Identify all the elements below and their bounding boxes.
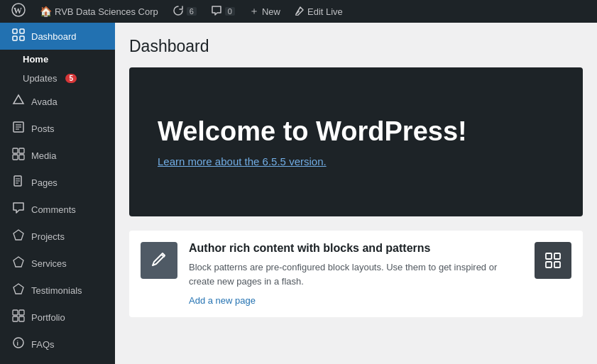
edit-live-icon — [295, 6, 305, 18]
welcome-version-link[interactable]: Learn more about the 6.5.5 version. — [158, 155, 554, 167]
sidebar-item-projects[interactable]: Projects — [0, 223, 115, 250]
wp-logo-icon: W — [11, 3, 26, 21]
comments-item[interactable]: 0 — [205, 0, 241, 23]
sidebar-subitem-updates[interactable]: Updates 5 — [0, 69, 115, 88]
svg-marker-21 — [13, 284, 23, 294]
welcome-banner: Welcome to WordPress! Learn more about t… — [129, 67, 583, 216]
avada-label: Avada — [31, 96, 57, 107]
projects-label: Projects — [31, 231, 65, 242]
svg-marker-20 — [13, 257, 23, 267]
posts-label: Posts — [31, 123, 55, 134]
updates-icon — [172, 5, 184, 18]
svg-rect-11 — [13, 148, 18, 153]
svg-rect-23 — [19, 310, 24, 315]
sidebar-item-dashboard[interactable]: Dashboard — [0, 23, 115, 50]
sidebar-subitem-home[interactable]: Home — [0, 50, 115, 69]
svg-rect-24 — [13, 316, 18, 321]
comments-sidebar-icon — [11, 202, 26, 217]
site-name-item[interactable]: 🏠 RVB Data Sciences Corp — [34, 0, 164, 23]
posts-icon — [11, 121, 26, 136]
main-content: Dashboard Welcome to WordPress! Learn mo… — [115, 23, 597, 364]
sidebar-item-posts[interactable]: Posts — [0, 115, 115, 142]
wp-logo-item[interactable]: W — [6, 0, 31, 23]
edit-live-item[interactable]: Edit Live — [289, 0, 349, 23]
svg-rect-13 — [13, 155, 18, 160]
sidebar-item-testimonials[interactable]: Testimonials — [0, 277, 115, 304]
svg-rect-2 — [13, 29, 17, 33]
svg-rect-12 — [19, 148, 24, 153]
pages-icon — [11, 175, 26, 190]
media-label: Media — [31, 150, 56, 161]
faqs-icon: i — [11, 336, 26, 352]
svg-rect-22 — [13, 310, 18, 315]
svg-rect-5 — [20, 36, 24, 40]
projects-icon — [11, 228, 26, 244]
new-icon: ＋ — [249, 5, 259, 18]
admin-bar: W 🏠 RVB Data Sciences Corp 6 0 ＋ New — [0, 0, 597, 23]
svg-rect-30 — [554, 253, 560, 259]
services-icon — [11, 255, 26, 271]
svg-rect-25 — [19, 316, 24, 321]
add-new-page-link[interactable]: Add a new page — [189, 295, 256, 306]
sidebar-item-comments[interactable]: Comments — [0, 196, 115, 223]
new-item[interactable]: ＋ New — [243, 0, 286, 23]
updates-count: 6 — [187, 7, 197, 16]
new-label: New — [262, 6, 280, 17]
comments-count: 0 — [225, 7, 235, 16]
sidebar-item-portfolio[interactable]: Portfolio — [0, 304, 115, 331]
grid-icon-box — [535, 242, 571, 279]
svg-text:W: W — [13, 6, 22, 16]
site-home-icon: 🏠 — [40, 6, 52, 17]
main-layout: Dashboard Home Updates 5 Avada — [0, 23, 597, 364]
sidebar-item-services[interactable]: Services — [0, 250, 115, 277]
sidebar-item-pages[interactable]: Pages — [0, 169, 115, 196]
pages-label: Pages — [31, 177, 57, 188]
sidebar-item-faqs[interactable]: i FAQs — [0, 331, 115, 358]
media-icon — [11, 148, 26, 163]
faqs-label: FAQs — [31, 339, 55, 350]
edit-live-label: Edit Live — [307, 6, 343, 17]
pencil-icon-box — [141, 242, 177, 279]
testimonials-icon — [11, 282, 26, 298]
comments-label: Comments — [31, 204, 76, 215]
svg-rect-29 — [546, 253, 552, 259]
comments-icon — [211, 5, 222, 18]
site-name-label: RVB Data Sciences Corp — [55, 6, 158, 17]
home-label: Home — [23, 54, 48, 65]
updates-item[interactable]: 6 — [167, 0, 202, 23]
svg-text:i: i — [17, 340, 19, 347]
dashboard-label: Dashboard — [31, 31, 77, 42]
svg-marker-6 — [13, 95, 23, 104]
dashboard-icon — [11, 28, 26, 44]
sidebar-item-avada[interactable]: Avada — [0, 88, 115, 115]
welcome-heading: Welcome to WordPress! — [158, 116, 554, 147]
sidebar: Dashboard Home Updates 5 Avada — [0, 23, 115, 364]
svg-rect-14 — [19, 155, 24, 160]
svg-rect-31 — [546, 262, 552, 268]
sidebar-item-media[interactable]: Media — [0, 142, 115, 169]
testimonials-label: Testimonials — [31, 285, 82, 296]
cards-row: Author rich content with blocks and patt… — [129, 231, 583, 317]
card-author-text: Author rich content with blocks and patt… — [189, 242, 523, 306]
updates-sub-label: Updates — [23, 73, 57, 84]
portfolio-label: Portfolio — [31, 312, 65, 323]
card-author-title: Author rich content with blocks and patt… — [189, 242, 523, 255]
page-title: Dashboard — [129, 37, 583, 56]
card-author-desc: Block patterns are pre-configured block … — [189, 260, 523, 288]
svg-rect-4 — [13, 36, 17, 40]
avada-icon — [11, 94, 26, 109]
card-author-content: Author rich content with blocks and patt… — [129, 231, 583, 317]
updates-badge: 5 — [65, 74, 77, 83]
services-label: Services — [31, 258, 67, 269]
svg-rect-32 — [554, 262, 560, 268]
svg-marker-19 — [13, 230, 23, 240]
portfolio-icon — [11, 309, 26, 325]
svg-rect-3 — [20, 29, 24, 33]
